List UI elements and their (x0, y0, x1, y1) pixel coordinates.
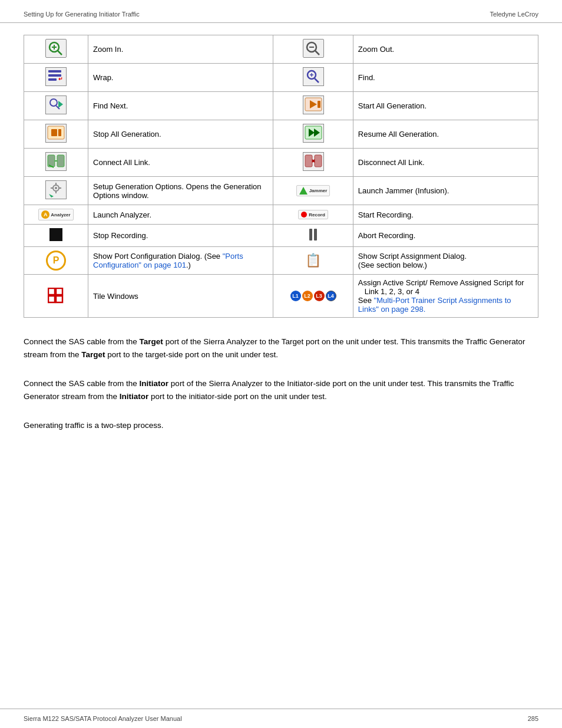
table-row: A Analyzer Launch Analyzer. Record Start… (24, 205, 538, 225)
disconnect-all-link-icon-cell (273, 149, 353, 177)
page-header: Setting Up for Generating Initiator Traf… (0, 0, 562, 23)
launch-analyzer-label: Launch Analyzer. (88, 205, 273, 225)
svg-rect-45 (56, 296, 62, 302)
ports-config-link[interactable]: "Ports Configuration" on page 101 (93, 252, 243, 269)
show-script-assign-icon: 📋 (305, 253, 321, 268)
start-recording-icon: Record (298, 210, 328, 219)
find-next-icon (45, 95, 67, 114)
start-recording-icon-cell: Record (273, 205, 353, 225)
find-icon-cell (273, 64, 353, 92)
show-port-config-icon-cell: P (24, 247, 88, 275)
icons-table: Zoom In. Zoom Out. (24, 35, 538, 318)
stop-all-gen-label: Stop All Generation. (88, 120, 273, 149)
zoom-in-icon-cell (24, 35, 88, 64)
setup-gen-options-icon-cell (24, 177, 88, 205)
svg-rect-7 (48, 70, 61, 73)
wrap-label: Wrap. (88, 64, 273, 92)
start-all-gen-icon-cell (273, 92, 353, 120)
svg-rect-43 (56, 288, 62, 295)
table-row: Connect All Link. Disconnect All Link. (24, 149, 538, 177)
zoom-out-icon (303, 39, 324, 58)
header-right: Teledyne LeCroy (490, 11, 538, 18)
table-row: ↵ Wrap. (24, 64, 538, 92)
stop-all-gen-icon-cell (24, 120, 88, 149)
show-script-assign-label: Show Script Assignment Dialog.(See secti… (353, 247, 538, 275)
connect-all-link-icon-cell (24, 149, 88, 177)
svg-rect-22 (51, 129, 57, 136)
setup-gen-options-label: Setup Generation Options. Opens the Gene… (88, 177, 273, 205)
resume-all-gen-label: Resume All Generation. (353, 120, 538, 149)
find-label: Find. (353, 64, 538, 92)
footer-left: Sierra M122 SAS/SATA Protocol Analyzer U… (24, 715, 182, 722)
stop-all-gen-icon (45, 124, 67, 143)
stop-recording-label: Stop Recording. (88, 225, 273, 247)
connect-all-link-icon (45, 152, 67, 171)
resume-all-gen-icon-cell (273, 120, 353, 149)
svg-rect-42 (48, 288, 55, 295)
svg-point-36 (55, 187, 57, 189)
launch-analyzer-icon: A Analyzer (38, 209, 73, 220)
svg-rect-27 (48, 155, 55, 167)
table-row: Find Next. Start All Generation. (24, 92, 538, 120)
wrap-icon: ↵ (45, 67, 67, 86)
svg-rect-44 (48, 296, 55, 302)
start-all-gen-icon (303, 95, 324, 114)
svg-rect-23 (58, 129, 61, 136)
svg-line-5 (315, 51, 319, 55)
stop-recording-icon-cell (24, 225, 88, 247)
svg-rect-31 (305, 155, 312, 167)
table-row: Stop All Generation. Resume All Generati… (24, 120, 538, 149)
tile-windows-icon-cell (24, 275, 88, 318)
start-recording-label: Start Recording. (353, 205, 538, 225)
assign-script-label: Assign Active Script/ Remove Assigned Sc… (353, 275, 538, 318)
disconnect-all-link-icon (303, 152, 324, 171)
find-next-icon-cell (24, 92, 88, 120)
tile-windows-label: Tile Windows (88, 275, 273, 318)
table-row: Tile Windows L1 L2 L3 L4 Assign Active S… (24, 275, 538, 318)
find-icon (303, 67, 324, 86)
paragraph-2: Connect the SAS cable from the Initiator… (24, 377, 538, 403)
multi-port-trainer-link[interactable]: "Multi-Port Trainer Script Assignments t… (358, 296, 511, 314)
show-script-assign-icon-cell: 📋 (273, 247, 353, 275)
svg-line-1 (58, 51, 62, 55)
resume-all-gen-icon (303, 124, 324, 143)
show-port-config-icon: P (46, 251, 66, 271)
stop-recording-icon (49, 228, 62, 241)
abort-recording-icon-cell (273, 225, 353, 247)
abort-recording-label: Abort Recording. (353, 225, 538, 247)
assign-script-icons-cell: L1 L2 L3 L4 (273, 275, 353, 318)
assign-script-icons: L1 L2 L3 L4 (290, 291, 336, 301)
header-left: Setting Up for Generating Initiator Traf… (24, 11, 140, 18)
show-port-config-label: Show Port Configuration Dialog. (See "Po… (88, 247, 273, 275)
zoom-out-icon-cell (273, 35, 353, 64)
svg-rect-20 (318, 101, 320, 108)
zoom-in-icon (45, 39, 67, 58)
svg-point-15 (50, 99, 57, 106)
analyzer-label: Analyzer (51, 212, 70, 218)
svg-line-12 (315, 78, 319, 83)
paragraph-1: Connect the SAS cable from the Target po… (24, 335, 538, 361)
zoom-in-label: Zoom In. (88, 35, 273, 64)
launch-jammer-label: Launch Jammer (Infusion). (353, 177, 538, 205)
footer-right: 285 (528, 715, 538, 722)
disconnect-all-link-label: Disconnect All Link. (353, 149, 538, 177)
launch-jammer-icon: Jammer (296, 185, 330, 196)
svg-marker-41 (49, 194, 54, 197)
svg-marker-17 (58, 101, 63, 108)
table-row: Zoom In. Zoom Out. (24, 35, 538, 64)
table-row: Setup Generation Options. Opens the Gene… (24, 177, 538, 205)
jammer-label: Jammer (309, 188, 328, 193)
table-row: P Show Port Configuration Dialog. (See "… (24, 247, 538, 275)
wrap-icon-cell: ↵ (24, 64, 88, 92)
svg-rect-28 (57, 155, 64, 167)
tile-windows-icon (47, 286, 65, 305)
svg-rect-32 (315, 155, 322, 167)
abort-recording-icon (309, 229, 317, 241)
find-next-label: Find Next. (88, 92, 273, 120)
record-label: Record (309, 212, 325, 218)
svg-text:↵: ↵ (58, 76, 63, 82)
paragraph-3: Generating traffic is a two-step process… (24, 419, 538, 432)
launch-analyzer-icon-cell: A Analyzer (24, 205, 88, 225)
setup-gen-options-icon (45, 180, 67, 199)
svg-rect-9 (48, 78, 57, 81)
